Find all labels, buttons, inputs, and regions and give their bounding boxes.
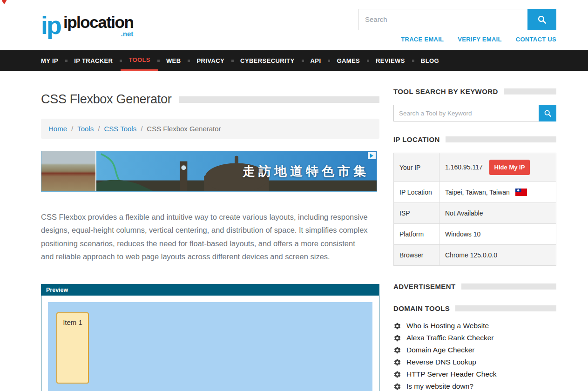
search-icon <box>537 15 547 24</box>
tool-link-reverse-dns[interactable]: Reverse DNS Lookup <box>406 358 476 366</box>
list-item: HTTP Server Header Check <box>393 370 556 378</box>
tool-link-whois-hosting[interactable]: Who is Hosting a Website <box>406 322 489 330</box>
ip-location-table: Your IP 1.160.95.117 Hide My IP IP Locat… <box>393 153 556 266</box>
list-item: Is my website down? <box>393 382 556 391</box>
gear-icon <box>393 334 401 342</box>
nav-item-ip-tracker[interactable]: IP TRACKER <box>66 50 121 71</box>
flex-preview-item-1: Item 1 <box>56 312 89 384</box>
table-row-platform: Platform Windows 10 <box>394 224 556 245</box>
ip-location-heading: IP LOCATION <box>393 135 440 143</box>
contact-us-link[interactable]: CONTACT US <box>516 36 556 43</box>
nav-item-api[interactable]: API <box>303 50 329 71</box>
breadcrumb-css-tools[interactable]: CSS Tools <box>104 125 136 133</box>
domain-tools-list: Who is Hosting a Website Alexa Traffic R… <box>393 322 556 391</box>
sidebar: TOOL SEARCH BY KEYWORD IP LOCATION Your … <box>393 88 556 391</box>
tool-search-bar <box>393 105 556 121</box>
logo-text: iplocation .net <box>63 14 133 38</box>
hide-my-ip-button[interactable]: Hide My IP <box>489 160 530 175</box>
site-header: ip iplocation .net TRACE EMAIL <box>0 0 588 50</box>
table-row-ip-location: IP Location Taipei, Taiwan, Taiwan <box>394 182 556 203</box>
nav-item-tools[interactable]: TOOLS <box>121 50 158 71</box>
domain-tools-heading: DOMAIN TOOLS <box>393 304 450 312</box>
header-links: TRACE EMAIL VERIFY EMAIL CONTACT US <box>401 36 556 43</box>
tool-link-alexa-rank[interactable]: Alexa Traffic Rank Checker <box>406 334 494 342</box>
tool-link-http-header[interactable]: HTTP Server Header Check <box>406 370 497 378</box>
logo-name: iplocation <box>63 14 133 30</box>
ip-location-value: Taipei, Taiwan, Taiwan <box>445 189 510 196</box>
gear-icon <box>393 371 401 378</box>
breadcrumb-tools[interactable]: Tools <box>77 125 94 133</box>
nav-item-blog[interactable]: BLOG <box>413 50 447 71</box>
tool-link-domain-age[interactable]: Domain Age Checker <box>406 346 474 354</box>
logo-tld: .net <box>121 30 134 38</box>
ad-photo <box>41 151 96 191</box>
table-row-browser: Browser Chrome 125.0.0.0 <box>394 245 556 266</box>
preview-panel-title: Preview <box>41 284 379 296</box>
isp-value: Not Available <box>445 209 483 217</box>
tool-search-heading: TOOL SEARCH BY KEYWORD <box>393 88 498 95</box>
header-search-button[interactable] <box>527 9 556 30</box>
gear-icon <box>393 383 401 391</box>
header-search-bar <box>358 9 556 30</box>
location-pin-icon <box>0 0 8 5</box>
logo[interactable]: ip iplocation .net <box>41 14 133 38</box>
list-item: Who is Hosting a Website <box>393 322 556 330</box>
breadcrumb-current: CSS Flexbox Generator <box>147 125 221 133</box>
main-content: CSS Flexbox Generator Home Tools CSS Too… <box>41 88 379 391</box>
verify-email-link[interactable]: VERIFY EMAIL <box>458 36 501 43</box>
intro-paragraph: CSS Flexbox provides a flexible and intu… <box>41 210 370 263</box>
taiwan-flag-icon <box>515 189 527 196</box>
breadcrumb: Home Tools CSS Tools CSS Flexbox Generat… <box>41 119 379 139</box>
tool-search-input[interactable] <box>393 105 539 121</box>
breadcrumb-separator <box>98 125 100 133</box>
nav-item-my-ip[interactable]: MY IP <box>41 50 66 71</box>
ad-headline: 走訪地道特色市集 <box>243 163 369 180</box>
breadcrumb-home[interactable]: Home <box>48 125 67 133</box>
page: ip iplocation .net TRACE EMAIL <box>0 0 588 391</box>
flex-preview-container: Item 1 <box>48 302 372 391</box>
tool-link-website-down[interactable]: Is my website down? <box>406 382 473 391</box>
preview-panel: Preview Item 1 <box>41 284 379 391</box>
list-item: Reverse DNS Lookup <box>393 358 556 366</box>
browser-value: Chrome 125.0.0.0 <box>445 251 497 259</box>
header-right: TRACE EMAIL VERIFY EMAIL CONTACT US <box>358 9 556 43</box>
ad-artwork: 走訪地道特色市集 <box>96 151 377 191</box>
heading-bar <box>461 283 556 290</box>
nav-item-reviews[interactable]: REVIEWS <box>368 50 413 71</box>
nav-item-games[interactable]: GAMES <box>329 50 368 71</box>
breadcrumb-separator <box>141 125 142 133</box>
table-row-your-ip: Your IP 1.160.95.117 Hide My IP <box>394 153 556 182</box>
table-row-isp: ISP Not Available <box>394 203 556 224</box>
tool-search-button[interactable] <box>539 105 556 121</box>
gear-icon <box>393 358 401 366</box>
nav-item-web[interactable]: WEB <box>158 50 189 71</box>
breadcrumb-separator <box>71 125 73 133</box>
gear-icon <box>393 346 401 354</box>
ad-banner[interactable]: 走訪地道特色市集 <box>41 151 377 192</box>
trace-email-link[interactable]: TRACE EMAIL <box>401 36 444 43</box>
ad-choices-icon[interactable] <box>368 152 376 159</box>
list-item: Domain Age Checker <box>393 346 556 354</box>
page-title: CSS Flexbox Generator <box>41 92 171 107</box>
title-decoration-bar <box>179 96 379 103</box>
logo-mark: ip <box>41 15 62 36</box>
your-ip-value: 1.160.95.117 <box>445 163 483 171</box>
heading-bar <box>446 136 556 142</box>
advertisement-heading: ADVERTISEMENT <box>393 283 456 290</box>
heading-bar <box>455 305 556 311</box>
search-icon <box>544 109 552 117</box>
gear-icon <box>393 322 401 330</box>
header-search-input[interactable] <box>358 9 527 30</box>
list-item: Alexa Traffic Rank Checker <box>393 334 556 342</box>
main-nav: MY IP IP TRACKER TOOLS WEB PRIVACY CYBER… <box>0 50 588 71</box>
platform-value: Windows 10 <box>445 230 480 238</box>
nav-item-cybersecurity[interactable]: CYBERSECURITY <box>232 50 302 71</box>
heading-bar <box>504 88 556 94</box>
preview-body: Item 1 <box>41 296 379 391</box>
nav-item-privacy[interactable]: PRIVACY <box>189 50 232 71</box>
